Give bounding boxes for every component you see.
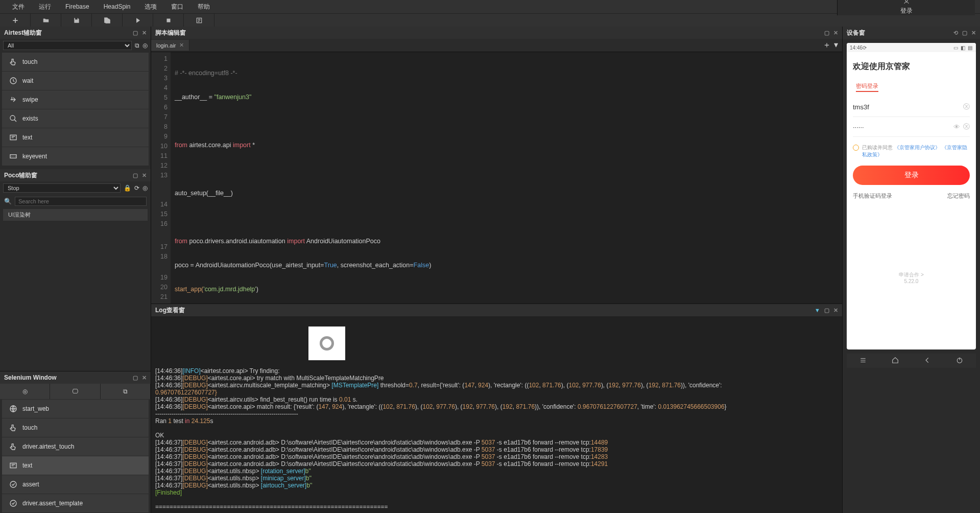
menu-headspin[interactable]: HeadSpin [97,3,138,10]
lock-icon[interactable]: 🔒 [124,184,131,192]
close-icon[interactable]: ✕ [142,30,147,36]
sms-login-link[interactable]: 手机验证码登录 [853,192,892,200]
float-icon[interactable]: ▢ [824,30,829,36]
menu-run[interactable]: 运行 [32,3,58,11]
svg-rect-1 [166,18,170,22]
device-welcome: 欢迎使用京管家 [853,61,970,72]
device-pass-row: 👁 ⓧ [853,117,970,137]
login-area[interactable]: 登录 [837,0,975,15]
report-button[interactable] [184,14,214,27]
sel-item-start-web[interactable]: start_web [2,400,149,418]
device-login-button[interactable]: 登录 [853,166,970,185]
airtest-item-swipe[interactable]: swipe [2,90,149,109]
device-pass-input[interactable] [853,123,953,131]
nav-home-icon[interactable] [892,357,899,365]
poco-panel-title: Poco辅助窗 [4,171,37,180]
float-icon[interactable]: ▢ [133,30,138,36]
search-icon: 🔍 [4,198,12,205]
sel-item-assert-template[interactable]: driver.assert_template [2,494,149,512]
sel-tb-3[interactable]: ⧉ [101,384,151,399]
sel-item-airtest-touch[interactable]: driver.airtest_touch [2,437,149,456]
refresh-icon[interactable]: ⟳ [134,184,139,192]
nav-back-icon[interactable] [924,357,931,365]
airtest-item-keyevent[interactable]: keyevent [2,147,149,166]
editor-header: 脚本编辑窗 ▢ ✕ [151,27,842,39]
clear-icon[interactable]: ⓧ [963,122,970,131]
airtest-item-touch[interactable]: touch [2,53,149,71]
device-pw-tab[interactable]: 密码登录 [856,82,878,92]
record-icon[interactable]: ◎ [142,42,148,49]
nav-menu-icon[interactable] [859,357,867,365]
airtest-selector[interactable]: All [3,41,132,50]
log-template-img [308,327,345,360]
status-time: 14:46 [850,45,863,51]
agree-checkbox[interactable] [853,145,859,151]
menu-window[interactable]: 窗口 [164,3,190,11]
forgot-pw-link[interactable]: 忘记密码 [947,192,970,200]
float-icon[interactable]: ▢ [133,172,138,179]
device-screen[interactable]: 14:46 ⟳ ▭ ◧ ▤ 欢迎使用京管家 密码登录 ⓧ 👁 ⓧ 已购读并同意 … [847,43,976,349]
svg-point-4 [10,115,15,120]
float-icon[interactable]: ▢ [824,307,829,314]
sel-tb-2[interactable]: 🖵 [50,384,100,399]
sel-item-text[interactable]: text [2,456,149,475]
close-icon[interactable]: ✕ [833,307,838,314]
close-icon[interactable]: ✕ [142,172,147,179]
open-button[interactable] [31,14,61,27]
svg-point-10 [10,500,16,506]
stop-button[interactable] [153,14,184,27]
rotate-icon[interactable]: ⟲ [953,30,958,36]
airtest-item-exists[interactable]: exists [2,109,149,128]
save-button[interactable] [61,14,92,27]
eye-icon[interactable]: 👁 [953,123,960,131]
tab-label: login.air [156,42,176,49]
close-icon[interactable]: ✕ [833,30,838,36]
close-icon[interactable]: ✕ [142,375,147,381]
selenium-panel-title: Selenium Window [4,374,57,381]
poco-panel-header: Poco辅助窗 ▢ ✕ [0,169,151,181]
poco-mode-select[interactable]: Stop [3,183,121,193]
new-button[interactable] [0,14,31,27]
poco-tree-root[interactable]: UI渲染树 [3,209,148,221]
airtest-panel-header: Airtest辅助窗 ▢ ✕ [0,27,151,39]
float-icon[interactable]: ▢ [133,375,138,381]
menu-help[interactable]: 帮助 [190,3,217,11]
tab-login[interactable]: login.air ✕ [151,40,189,51]
menu-options[interactable]: 选项 [137,3,164,11]
log-title: Log查看窗 [155,306,185,315]
menu-firebase[interactable]: Firebase [58,3,97,10]
float-icon[interactable]: ▢ [962,30,967,36]
menubar: 文件 运行 Firebase HeadSpin 选项 窗口 帮助 登录 [0,0,980,13]
capture-icon[interactable]: ⧉ [135,42,139,49]
device-agree: 已购读并同意 《京管家用户协议》 《京管家隐私政策》 [853,144,970,158]
device-user-input[interactable] [853,103,963,111]
nav-power-icon[interactable] [956,357,963,365]
record-icon[interactable]: ◎ [142,184,148,192]
run-button[interactable] [123,14,153,27]
device-navbar [847,354,976,368]
airtest-item-text[interactable]: text [2,128,149,147]
tab-menu-icon[interactable]: ▾ [834,40,838,51]
code-editor[interactable]: 12345678910111213 141516 1718 192021 22 … [151,52,842,304]
svg-point-0 [905,0,907,2]
clear-icon[interactable]: ⓧ [963,102,970,111]
code-body[interactable]: # -*- encoding=utf8 -*- __author__ = "fa… [171,52,435,304]
svg-point-9 [10,481,16,487]
menu-file[interactable]: 文件 [5,3,32,11]
sel-item-assert[interactable]: assert [2,475,149,494]
login-label: 登录 [900,7,913,15]
gutter: 12345678910111213 141516 1718 192021 22 [151,52,171,304]
sel-item-touch[interactable]: touch [2,418,149,437]
filter-icon[interactable]: ▼ [815,307,820,314]
log-body[interactable]: [14:46:36][INFO]<airtest.core.api> Try f… [151,316,842,513]
saveall-button[interactable] [92,14,123,27]
editor-title: 脚本编辑窗 [155,29,186,37]
tab-close-icon[interactable]: ✕ [179,42,184,49]
poco-search-input[interactable] [15,197,147,206]
apply-link[interactable]: 申请合作 > [853,271,970,278]
close-icon[interactable]: ✕ [971,30,976,36]
airtest-item-wait[interactable]: wait [2,72,149,90]
user-agreement-link[interactable]: 《京管家用户协议》 [894,145,940,150]
sel-tb-1[interactable]: ◎ [0,384,50,399]
add-tab-icon[interactable]: ＋ [823,40,831,51]
